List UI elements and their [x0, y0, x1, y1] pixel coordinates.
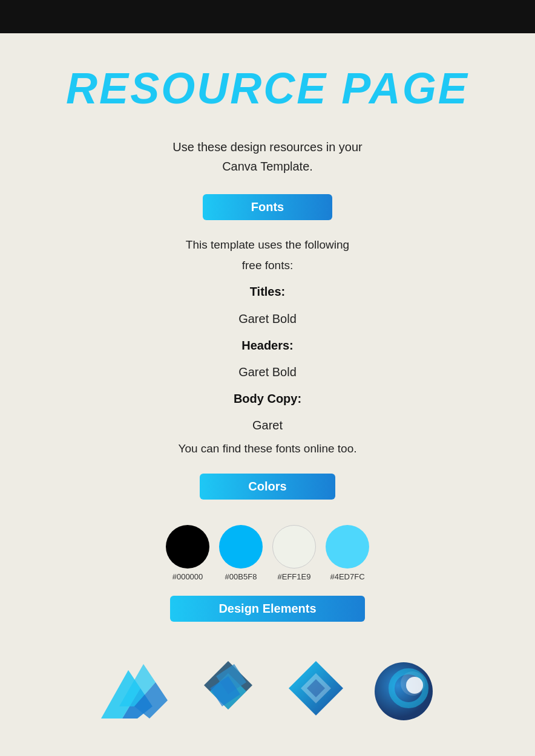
fonts-badge: Fonts — [24, 194, 511, 235]
headers-row: Headers: — [24, 334, 511, 356]
swatch-circle-lightblue — [326, 525, 369, 569]
titles-row: Titles: — [24, 281, 511, 302]
svg-point-14 — [406, 677, 423, 694]
swatch-label-lightblue: #4ED7FC — [330, 572, 364, 581]
design-elements-badge-label: Design Elements — [170, 596, 364, 622]
swatch-label-white: #EFF1E9 — [278, 572, 311, 581]
body-value: Garet — [24, 414, 511, 436]
headers-label: Headers: — [241, 339, 294, 352]
subtitle: Use these design resources in your Canva… — [24, 137, 511, 176]
icon-chevron — [95, 658, 174, 727]
swatch-black: #000000 — [166, 525, 209, 581]
main-content: RESOURCE PAGE Use these design resources… — [0, 33, 535, 756]
icon-rhombus — [283, 658, 349, 727]
body-label: Body Copy: — [234, 392, 301, 405]
swatch-white: #EFF1E9 — [272, 525, 316, 581]
fonts-intro: This template uses the following free fo… — [24, 235, 511, 276]
swatch-label-blue: #00B5F8 — [225, 572, 257, 581]
swatch-label-black: #000000 — [172, 572, 203, 581]
icon-diamond-pattern — [192, 658, 264, 727]
design-elements-section: Design Elements — [24, 596, 511, 727]
swatch-circle-white — [272, 525, 316, 569]
headers-value: Garet Bold — [24, 361, 511, 383]
swatch-lightblue: #4ED7FC — [326, 525, 369, 581]
page-title: RESOURCE PAGE — [24, 64, 511, 113]
icon-circle-swirl — [367, 658, 440, 727]
fonts-section: This template uses the following free fo… — [24, 235, 511, 455]
titles-label: Titles: — [250, 285, 286, 298]
swatch-circle-black — [166, 525, 209, 569]
subtitle-line1: Use these design resources in your — [172, 140, 363, 154]
titles-value: Garet Bold — [24, 308, 511, 330]
colors-section: Colors #000000 #00B5F8 #EFF1E9 #4ED7FC — [24, 474, 511, 581]
icons-row — [24, 658, 511, 727]
body-row: Body Copy: — [24, 388, 511, 409]
swatch-blue: #00B5F8 — [219, 525, 263, 581]
color-swatches: #000000 #00B5F8 #EFF1E9 #4ED7FC — [24, 525, 511, 581]
top-bar — [0, 0, 535, 33]
swatch-circle-blue — [219, 525, 263, 569]
fonts-badge-label: Fonts — [203, 194, 332, 220]
colors-badge-label: Colors — [200, 474, 335, 500]
fonts-find-text: You can find these fonts online too. — [24, 442, 511, 455]
subtitle-line2: Canva Template. — [222, 160, 313, 173]
